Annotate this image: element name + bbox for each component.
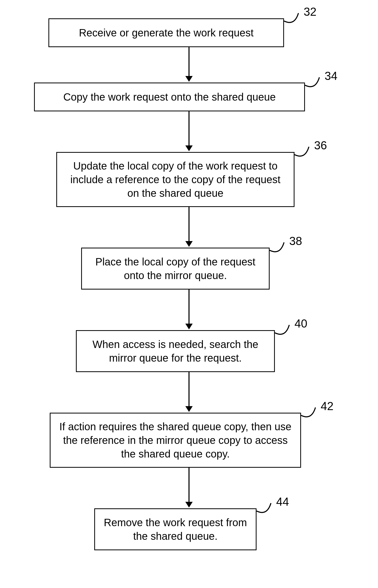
flowchart-node-34: Copy the work request onto the shared qu…: [34, 83, 305, 111]
callout-38: [270, 241, 288, 257]
flowchart-node-32: Receive or generate the work request: [48, 18, 284, 47]
flow-arrow: [185, 290, 193, 329]
node-label-40: 40: [294, 317, 307, 330]
flowchart-node-36: Update the local copy of the work reques…: [56, 152, 294, 207]
flow-arrow: [185, 372, 193, 412]
callout-34: [305, 76, 323, 92]
flowchart-node-44: Remove the work request from the shared …: [94, 508, 257, 550]
callout-36: [294, 145, 313, 161]
flow-arrow: [185, 207, 193, 247]
node-text: Update the local copy of the work reques…: [65, 159, 286, 200]
node-text: Copy the work request onto the shared qu…: [63, 90, 276, 104]
node-text: Receive or generate the work request: [79, 26, 253, 40]
flowchart-node-42: If action requires the shared queue copy…: [50, 413, 301, 468]
callout-32: [284, 12, 302, 28]
node-text: When access is needed, search the mirror…: [85, 337, 266, 365]
callout-42: [301, 406, 319, 422]
flowchart-node-38: Place the local copy of the request onto…: [81, 248, 270, 290]
node-text: Remove the work request from the shared …: [103, 516, 248, 543]
callout-40: [275, 324, 293, 339]
node-label-44: 44: [276, 495, 289, 508]
flowchart-canvas: Receive or generate the work request 32 …: [0, 0, 378, 588]
flow-arrow: [185, 468, 193, 508]
node-label-36: 36: [314, 139, 327, 152]
flow-arrow: [185, 111, 193, 151]
flow-arrow: [185, 47, 193, 82]
node-label-34: 34: [325, 69, 337, 83]
node-text: Place the local copy of the request onto…: [90, 255, 261, 282]
node-label-42: 42: [321, 400, 333, 413]
node-text: If action requires the shared queue copy…: [58, 420, 292, 461]
callout-44: [257, 502, 275, 518]
node-label-38: 38: [289, 235, 302, 248]
node-label-32: 32: [304, 5, 316, 18]
flowchart-node-40: When access is needed, search the mirror…: [76, 330, 275, 372]
